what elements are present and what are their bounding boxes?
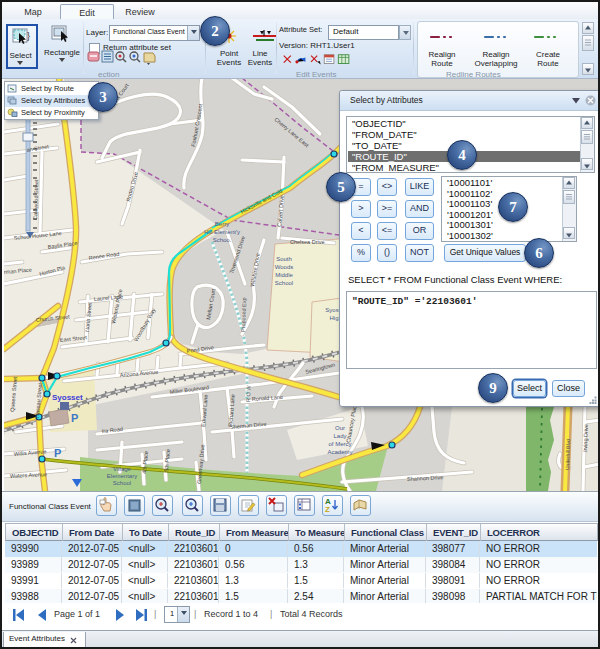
- svg-text:Syosset: Syosset: [52, 393, 83, 402]
- svg-text:Middle: Middle: [275, 272, 293, 278]
- svg-text:School: School: [275, 280, 293, 286]
- svg-text:Syos: Syos: [325, 307, 338, 313]
- svg-text:Lady: Lady: [333, 433, 346, 439]
- svg-text:P: P: [54, 447, 61, 459]
- svg-text:P: P: [71, 412, 78, 424]
- svg-text:of Mercy: of Mercy: [328, 441, 351, 447]
- svg-text:Elementary: Elementary: [107, 473, 137, 479]
- svg-text:Our: Our: [335, 425, 345, 431]
- svg-text:Schoo.: Schoo.: [213, 237, 232, 243]
- svg-text:Z: Z: [325, 505, 330, 514]
- svg-text:Chelsea Drive: Chelsea Drive: [290, 239, 325, 245]
- svg-text:Proposed Exp: Proposed Exp: [240, 297, 247, 332]
- svg-text:Hig: Hig: [329, 315, 338, 321]
- svg-text:South: South: [276, 256, 292, 262]
- svg-text:School: School: [113, 480, 131, 486]
- svg-text:Woods: Woods: [275, 264, 294, 270]
- svg-text:Village: Village: [113, 466, 132, 472]
- svg-text:Underhill Blvd: Underhill Blvd: [564, 439, 571, 470]
- svg-text:}: }: [27, 31, 30, 41]
- svg-text:Irving Drive: Irving Drive: [582, 424, 589, 452]
- svg-text:Hill Element'y: Hill Element'y: [204, 229, 240, 235]
- svg-text:Academy: Academy: [327, 449, 352, 455]
- svg-text:R O W: R O W: [245, 385, 252, 403]
- svg-text:Berry: Berry: [215, 221, 229, 227]
